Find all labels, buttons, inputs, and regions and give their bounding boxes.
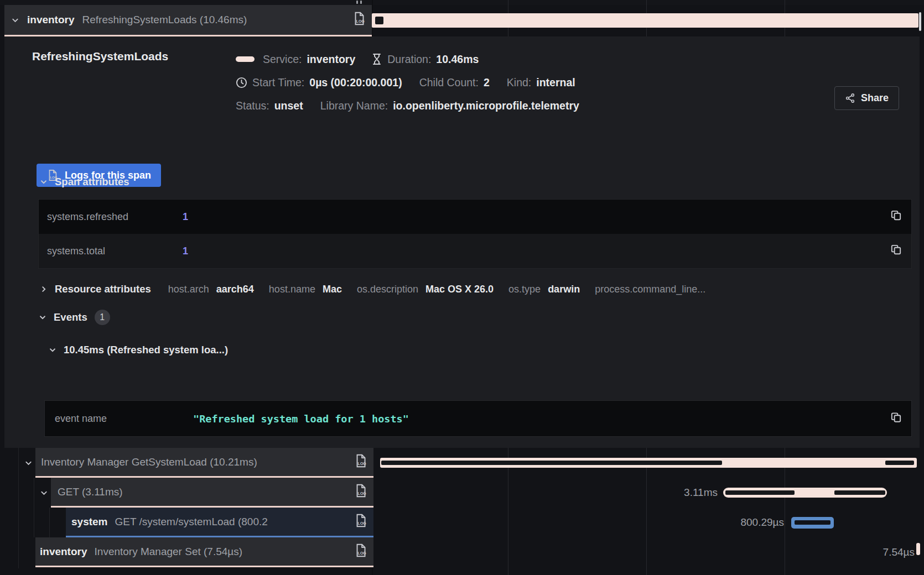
status-value: unset: [274, 100, 303, 112]
meta-line-1: Service: inventory Duration: 10.46ms: [236, 48, 579, 71]
span-duration-label: 3.11ms: [631, 478, 718, 508]
attribute-key: systems.total: [39, 245, 183, 257]
span-row-inventory-set[interactable]: inventory Inventory Manager Set (7.54µs)…: [35, 537, 373, 567]
share-button[interactable]: Share: [834, 86, 899, 110]
event-item-title: 10.45ms (Refreshed system loa...): [64, 344, 228, 356]
span-name-duration: Inventory Manager Set (7.54µs): [95, 546, 243, 558]
indent-guide: [34, 478, 34, 537]
span-bar-child-stripe: [795, 520, 830, 525]
resource-key: os.description: [357, 284, 418, 295]
scrollbar[interactable]: [919, 12, 921, 31]
svg-text:LOG: LOG: [358, 462, 367, 466]
share-icon: [845, 93, 855, 103]
span-duration-label: 7.54µs: [830, 537, 915, 567]
resource-value: Mac: [323, 284, 342, 295]
logs-icon[interactable]: LOG: [354, 513, 368, 531]
status-label: Status:: [236, 100, 269, 112]
clock-icon: [236, 77, 247, 88]
chevron-down-icon[interactable]: [49, 346, 56, 354]
attribute-row: systems.total 1: [39, 234, 911, 268]
resource-pair: process.command_line...: [595, 284, 705, 295]
span-bar-get[interactable]: [723, 488, 887, 498]
chevron-down-icon[interactable]: [11, 16, 19, 24]
attribute-key: systems.refreshed: [39, 211, 183, 223]
chevron-down-icon[interactable]: [39, 313, 46, 321]
span-detail-title: RefreshingSystemLoads: [32, 50, 168, 63]
logs-icon[interactable]: LOG: [354, 542, 368, 561]
span-row-systemload[interactable]: system GET /system/systemLoad (800.2 LOG: [66, 508, 373, 537]
kind-value: internal: [536, 76, 575, 89]
copy-icon[interactable]: [890, 209, 902, 224]
span-bar-inventory-set[interactable]: [916, 543, 920, 555]
copy-icon[interactable]: [890, 411, 902, 426]
span-color-swatch: [236, 56, 255, 62]
trace-viewer: inventory RefreshingSystemLoads (10.46ms…: [0, 0, 924, 575]
duration-label: Duration:: [387, 53, 431, 66]
panel-resize-handle[interactable]: [356, 1, 358, 4]
span-name-duration: GET (3.11ms): [58, 486, 123, 498]
resource-key: host.name: [269, 284, 315, 295]
span-attributes-header[interactable]: Span attributes: [40, 176, 129, 188]
resource-attributes-title: Resource attributes: [55, 283, 151, 295]
span-row-get[interactable]: GET (3.11ms) LOG: [51, 478, 373, 508]
event-name-value: "Refreshed system load for 1 hosts": [193, 413, 409, 425]
panel-resize-handle[interactable]: [360, 1, 362, 4]
span-bar-root[interactable]: [372, 13, 918, 28]
chevron-down-icon[interactable]: [24, 459, 33, 467]
resource-value: aarch64: [216, 284, 254, 295]
chevron-down-icon[interactable]: [40, 489, 48, 497]
attribute-row: systems.refreshed 1: [39, 200, 911, 234]
span-attributes-table: systems.refreshed 1 systems.total 1: [38, 199, 912, 269]
copy-icon[interactable]: [890, 243, 902, 259]
resource-key: os.type: [508, 284, 541, 295]
duration-value: 10.46ms: [436, 53, 479, 66]
event-table: event name "Refreshed system load for 1 …: [44, 400, 912, 437]
service-value: inventory: [307, 53, 355, 66]
span-duration-label: 800.29µs: [681, 508, 784, 537]
library-name-value: io.openliberty.microprofile.telemetry: [393, 100, 579, 112]
logs-icon[interactable]: LOG: [352, 11, 366, 29]
span-bar-systemload[interactable]: [791, 517, 834, 529]
svg-text:LOG: LOG: [358, 551, 367, 555]
child-count-label: Child Count:: [419, 76, 479, 89]
resource-attributes-header[interactable]: Resource attributes host.arch aarch64 ho…: [40, 283, 912, 295]
span-attributes-title: Span attributes: [55, 176, 129, 188]
meta-line-2: Start Time: 0µs (00:20:00.001) Child Cou…: [236, 71, 579, 94]
resource-pair: os.type darwin: [508, 284, 580, 295]
span-service-name: system: [71, 516, 108, 528]
indent-guide: [18, 448, 19, 568]
events-count-badge: 1: [95, 310, 110, 325]
events-header[interactable]: Events 1: [39, 310, 110, 325]
resource-key: host.arch: [168, 284, 209, 295]
chevron-right-icon[interactable]: [40, 285, 48, 293]
service-label: Service:: [263, 53, 302, 66]
svg-text:LOG: LOG: [358, 492, 367, 495]
top-strip: [0, 0, 924, 5]
library-name-label: Library Name:: [320, 100, 388, 112]
span-name-duration: GET /system/systemLoad (800.2: [115, 516, 268, 528]
span-row-getsystemload[interactable]: Inventory Manager GetSystemLoad (10.21ms…: [35, 448, 373, 478]
svg-text:LOG: LOG: [356, 19, 365, 23]
span-name-duration: Inventory Manager GetSystemLoad (10.21ms…: [41, 456, 257, 468]
logs-icon[interactable]: LOG: [354, 453, 368, 471]
span-service-name: inventory: [40, 546, 87, 558]
resource-value: darwin: [548, 284, 580, 295]
chevron-down-icon[interactable]: [40, 178, 48, 186]
meta-line-3: Status: unset Library Name: io.openliber…: [236, 94, 579, 117]
kind-label: Kind:: [507, 76, 531, 89]
span-bar-child-stripe: [725, 490, 795, 495]
resource-value: Mac OS X 26.0: [425, 284, 494, 295]
share-button-label: Share: [861, 92, 889, 104]
logs-icon[interactable]: LOG: [354, 483, 368, 501]
start-time-label: Start Time:: [252, 76, 304, 89]
event-name-key: event name: [45, 413, 193, 425]
span-bar-getsystemload[interactable]: [380, 458, 917, 468]
resource-key: process.command_line...: [595, 284, 705, 295]
event-item-header[interactable]: 10.45ms (Refreshed system loa...): [49, 344, 228, 356]
span-detail-panel: RefreshingSystemLoads Service: inventory…: [4, 36, 920, 448]
span-row-root[interactable]: inventory RefreshingSystemLoads (10.46ms…: [4, 5, 372, 36]
resource-pair: os.description Mac OS X 26.0: [357, 284, 494, 295]
span-bar-child-stripe: [834, 490, 885, 495]
span-bar-child-stripe: [381, 461, 722, 465]
span-detail-meta: Service: inventory Duration: 10.46ms Sta…: [236, 48, 579, 117]
